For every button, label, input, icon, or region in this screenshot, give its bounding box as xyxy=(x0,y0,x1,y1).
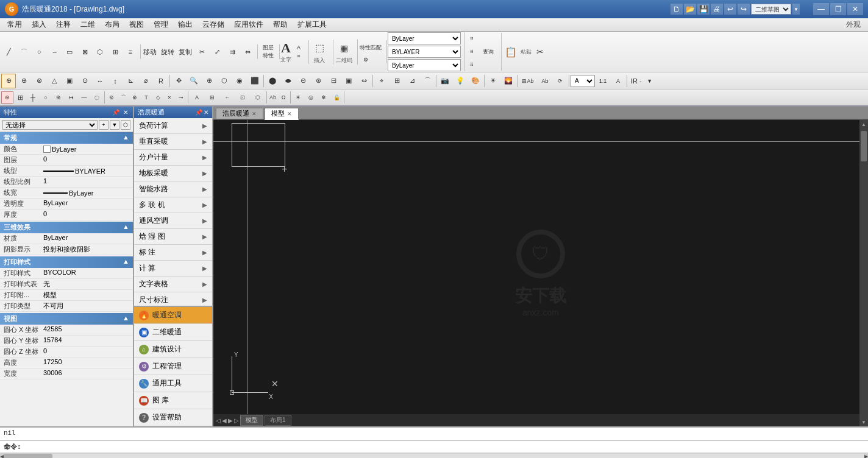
nav-right-btn[interactable]: ▶ xyxy=(228,417,233,424)
hvac-menu-floor[interactable]: 地板采暖 ▶ xyxy=(134,166,212,181)
minimize-btn[interactable]: — xyxy=(813,3,829,15)
slice-btn[interactable]: ⊟ xyxy=(326,74,341,88)
section-3d-collapse[interactable]: ▲ xyxy=(123,223,129,232)
zoom-prev-btn[interactable]: ← xyxy=(220,90,235,105)
extrude-btn[interactable]: ⬤ xyxy=(265,74,280,88)
transparent-btn[interactable]: ◌ xyxy=(91,91,103,104)
zoom-realtime-btn[interactable]: A xyxy=(190,90,204,105)
menu-common[interactable]: 常用 xyxy=(2,18,27,32)
menu-cloud[interactable]: 云存储 xyxy=(197,18,229,32)
nav-next-btn[interactable]: ▷ xyxy=(234,417,239,424)
hvac-menu-vertical[interactable]: 垂直采暖 ▶ xyxy=(134,134,212,150)
align-btn[interactable]: ⌖ xyxy=(374,74,389,88)
snap2-btn[interactable]: ⊕ xyxy=(16,74,31,88)
hvac-menu-texttab[interactable]: 文字表格 ▶ xyxy=(134,277,212,292)
bylayer-linetype-select[interactable]: BYLAYER xyxy=(388,46,461,58)
section-general-collapse[interactable]: ▲ xyxy=(123,133,129,143)
chamfer-btn[interactable]: ⊿ xyxy=(405,74,419,88)
hatch-btn[interactable]: ⊠ xyxy=(77,44,92,59)
print-btn[interactable]: 🖨 xyxy=(711,4,723,15)
extend-btn[interactable]: ⤢ xyxy=(210,44,224,59)
layout1-tab[interactable]: 布局1 xyxy=(265,415,291,426)
scroll-thumb-v[interactable] xyxy=(861,131,867,161)
dynin-btn[interactable]: ↦ xyxy=(65,91,77,104)
snap6-btn[interactable]: ⊙ xyxy=(77,74,92,88)
rotate-btn[interactable]: 旋转 xyxy=(159,44,176,59)
hvac-bottom-2d[interactable]: ▣ 二维暖通 xyxy=(134,324,212,341)
snap4-btn[interactable]: △ xyxy=(47,74,62,88)
table-btn[interactable]: ⊞ xyxy=(108,44,123,59)
model-tab[interactable]: 模型 xyxy=(240,415,263,426)
sub-btn[interactable]: ⊝ xyxy=(296,74,310,88)
prop-prev-btn[interactable]: ⬡ xyxy=(121,120,130,130)
hvac-bottom-eng[interactable]: ⚙ 工程管理 xyxy=(134,358,212,375)
prop-close-btn[interactable]: ✕ xyxy=(122,109,129,116)
menu-view[interactable]: 视图 xyxy=(124,18,149,32)
hvac-menu-ventilation[interactable]: 通风空调 ▶ xyxy=(134,213,212,229)
cmd-scroll-right-btn[interactable]: ▶ xyxy=(864,454,868,459)
menu-2d[interactable]: 二维 xyxy=(76,18,100,32)
hvac-menu-meter[interactable]: 分户计量 ▶ xyxy=(134,150,212,166)
redo-btn[interactable]: ↪ xyxy=(738,4,750,15)
prop-btn[interactable]: ⚙ xyxy=(358,55,373,63)
scissors-btn[interactable]: ✂ xyxy=(533,44,547,59)
match-prop-btn[interactable]: 特性匹配 xyxy=(358,40,383,55)
dim5-btn[interactable]: R xyxy=(154,74,168,88)
hvac-pin-btn[interactable]: 📌 xyxy=(195,109,202,116)
hvac-menu-dimdim[interactable]: 尺寸标注 ▶ xyxy=(134,292,212,306)
ir-btn[interactable]: ▼ xyxy=(645,74,655,88)
nav-prev-btn[interactable]: ◁ xyxy=(216,417,221,424)
pline-btn[interactable]: ⌒ xyxy=(118,90,129,105)
drawing1-tab[interactable]: 模型 ✕ xyxy=(265,108,299,120)
material-btn[interactable]: 🎨 xyxy=(468,74,483,88)
hvac-bottom-util[interactable]: 🔧 通用工具 xyxy=(134,375,212,392)
qr-btn[interactable]: ▦ xyxy=(334,40,354,57)
new-btn[interactable]: 🗋 xyxy=(671,4,683,15)
freeze-btn[interactable]: ❄ xyxy=(318,90,330,105)
node-btn[interactable]: × xyxy=(164,90,175,105)
zoom-btn[interactable]: 🔍 xyxy=(187,74,201,88)
pan-btn[interactable]: ✥ xyxy=(171,74,186,88)
cmd-scroll-thumb[interactable] xyxy=(4,454,52,458)
hvac-menu-annot[interactable]: 标 注 ▶ xyxy=(134,245,212,261)
union-btn[interactable]: ⬬ xyxy=(280,74,295,88)
menu-help[interactable]: 帮助 xyxy=(268,18,293,32)
prop-pin-btn[interactable]: 📌 xyxy=(111,109,121,116)
save-btn[interactable]: 💾 xyxy=(697,4,710,15)
move-btn[interactable]: 移动 xyxy=(141,44,158,59)
prop-filter-btn[interactable]: ▼ xyxy=(110,120,119,130)
copy-btn[interactable]: 复制 xyxy=(177,44,194,59)
linewidth-btn[interactable]: — xyxy=(78,91,90,104)
prop-add-btn[interactable]: + xyxy=(99,120,108,130)
trim-btn[interactable]: ✂ xyxy=(194,44,209,59)
polyline-btn[interactable]: ⌒ xyxy=(16,44,31,59)
menu-extend[interactable]: 扩展工具 xyxy=(293,18,332,32)
camera-btn[interactable]: 📷 xyxy=(438,74,452,88)
intersect-btn[interactable]: ⊛ xyxy=(311,74,326,88)
circle-btn[interactable]: ○ xyxy=(32,44,46,59)
dim4-btn[interactable]: ⌀ xyxy=(138,74,153,88)
menu-manage[interactable]: 管理 xyxy=(149,18,173,32)
light-btn[interactable]: 💡 xyxy=(453,74,468,88)
undo-btn[interactable]: ↩ xyxy=(724,4,736,15)
prop-select[interactable]: 无选择 xyxy=(2,120,98,130)
query-btn[interactable]: 查询 xyxy=(479,44,497,59)
zoom-window-btn[interactable]: ⊞ xyxy=(205,90,219,105)
restore-btn[interactable]: ❐ xyxy=(830,3,846,15)
mirror-btn[interactable]: ⇔ xyxy=(240,44,255,59)
hvac-bottom-hvac[interactable]: 🔥 暖通空调 xyxy=(134,307,212,324)
mirror3d-btn[interactable]: ⇔ xyxy=(357,74,371,88)
drawing-viewport[interactable]: + 🛡 安下载 anxz.com X Y xyxy=(213,120,868,426)
pattern2-btn[interactable]: ⠿ xyxy=(466,46,478,58)
zoom-all-btn[interactable]: ⊡ xyxy=(235,90,250,105)
hvac-menu-multi[interactable]: 多 联 机 ▶ xyxy=(134,197,212,213)
scroll-down-btn[interactable]: ▼ xyxy=(861,418,866,426)
hvac-tab-close[interactable]: ✕ xyxy=(252,111,257,117)
render-btn[interactable]: ◉ xyxy=(232,74,247,88)
snap5-btn[interactable]: ▣ xyxy=(62,74,77,88)
block-edit-btn[interactable]: ⊞Ab xyxy=(519,74,537,88)
mtext-btn[interactable]: A xyxy=(293,44,305,52)
quadrant-btn[interactable]: ◇ xyxy=(152,90,163,105)
hvac-bottom-lib[interactable]: 📖 图 库 xyxy=(134,392,212,409)
hvac-bottom-arch[interactable]: ⌂ 建筑设计 xyxy=(134,341,212,358)
